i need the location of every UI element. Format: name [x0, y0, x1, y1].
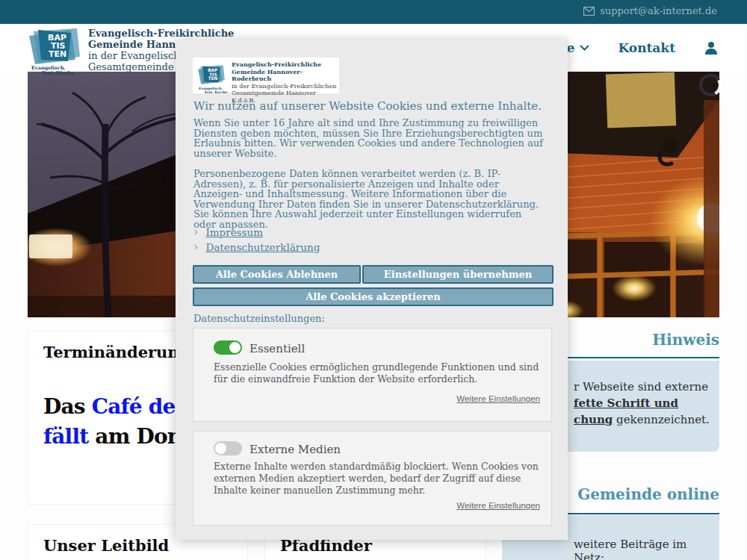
hinweis-text-2-link[interactable]: fette Schrift und	[574, 396, 678, 410]
envelope-icon	[583, 7, 595, 16]
announcement-l2-blue-link[interactable]: fällt	[43, 424, 88, 449]
reject-all-cookies-button[interactable]: Alle Cookies Ablehnen	[193, 265, 361, 284]
site-logo[interactable]: BAP TIS TEN Evangelisch. Frei. Kirche.	[28, 27, 84, 70]
impressum-link[interactable]: Impressum	[205, 226, 263, 238]
dialog-paragraph-2: Personenbezogene Daten können verarbeite…	[193, 169, 546, 229]
nav-item-kontakt[interactable]: Kontakt	[618, 40, 675, 55]
svg-text:TEN: TEN	[208, 76, 218, 81]
dialog-logo-caption-2: Frei. Kirche.	[199, 90, 229, 94]
dialog-logo-line-3: in der Evangelisch-Freikirchlichen	[232, 83, 339, 90]
external-media-title: Externe Medien	[249, 443, 341, 456]
essential-more-settings-link[interactable]: Weitere Einstellungen	[456, 394, 540, 403]
hinweis-text-3: gekennzeichnet.	[613, 413, 710, 426]
page: support@ak-internet.de BAP TIS TEN Evang…	[0, 0, 747, 560]
accept-all-cookies-button[interactable]: Alle Cookies akzeptieren	[193, 287, 554, 306]
user-account-icon[interactable]	[704, 40, 719, 55]
impressum-row: › Impressum	[193, 226, 263, 238]
svg-text:BAP: BAP	[208, 68, 217, 72]
toggle-knob	[229, 342, 241, 353]
toggle-knob	[215, 443, 226, 454]
svg-text:TIS: TIS	[209, 72, 217, 77]
logo-caption-2: Frei. Kirche.	[31, 71, 76, 76]
external-more-settings-link[interactable]: Weitere Einstellungen	[456, 501, 540, 510]
external-media-description: Externe Inhalte werden standardmäßig blo…	[214, 461, 540, 497]
dialog-logo-line-2: Gemeinde Hannover-Roderbruch	[232, 69, 339, 83]
hinweis-text-1: r Webseite sind externe	[574, 380, 708, 393]
privacy-settings-label: Datenschutzeinstellungen:	[193, 313, 325, 324]
baptisten-logo-small-icon: BAP TIS TEN	[197, 60, 227, 90]
essential-title: Essentiell	[249, 342, 305, 355]
dialog-logo-box: BAP TIS TEN Evangelisch. Frei. Kirche. E…	[193, 57, 339, 93]
chevron-right-icon: ›	[193, 228, 198, 237]
apply-settings-button[interactable]: Einstellungen übernehmen	[362, 265, 554, 284]
chevron-down-icon	[580, 45, 589, 51]
essential-description: Essenzielle Cookies ermöglichen grundleg…	[214, 361, 540, 385]
datenschutz-link[interactable]: Datenschutzerklärung	[205, 241, 320, 253]
dialog-paragraph-1: Wenn Sie unter 16 Jahre alt sind und Ihr…	[193, 118, 546, 158]
external-media-toggle[interactable]	[214, 441, 242, 455]
gemeinde-online-text: weitere Beiträge im Netz:	[574, 538, 719, 560]
hinweis-text-3-link[interactable]: chung	[574, 413, 613, 426]
svg-text:TEN: TEN	[49, 49, 66, 59]
datenschutz-row: › Datenschutzerklärung	[193, 241, 320, 253]
support-email-link[interactable]: support@ak-internet.de	[583, 5, 717, 16]
cookie-consent-dialog: BAP TIS TEN Evangelisch. Frei. Kirche. E…	[176, 40, 568, 540]
baptisten-logo-icon: BAP TIS TEN	[28, 27, 84, 66]
announcement-l1-black: Das	[43, 394, 92, 419]
external-media-card: Externe Medien Externe Inhalte werden st…	[193, 431, 552, 526]
chevron-right-icon: ›	[193, 243, 198, 252]
top-bar: support@ak-internet.de	[0, 0, 747, 24]
support-email-text: support@ak-internet.de	[600, 5, 717, 16]
dialog-heading: Wir nutzen auf unserer Website Cookies u…	[193, 99, 549, 113]
nav-kontakt-label: Kontakt	[618, 40, 675, 55]
site-title-line-1: Evangelisch-Freikirchliche	[88, 28, 234, 39]
essential-cookies-card: Essentiell Essenzielle Cookies ermöglich…	[193, 328, 552, 422]
essential-toggle[interactable]	[214, 340, 242, 355]
